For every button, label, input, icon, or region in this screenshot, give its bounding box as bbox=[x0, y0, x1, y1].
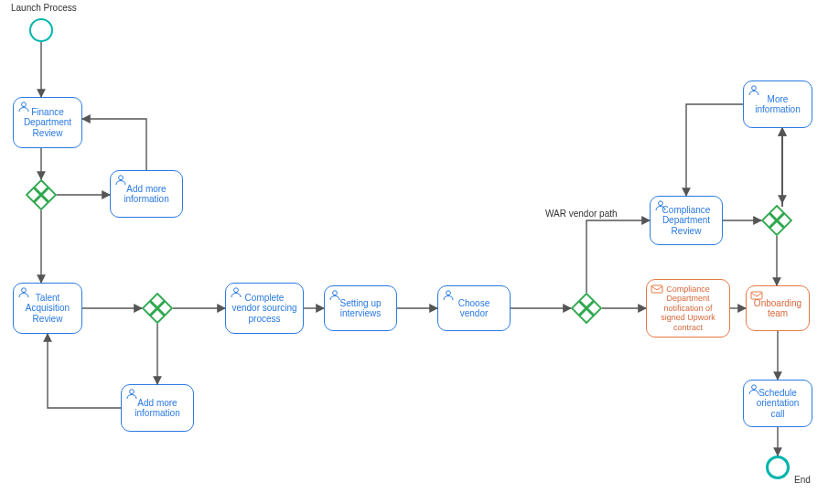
task-vendor-sourcing[interactable]: Complete vendor sourcing process bbox=[225, 283, 304, 334]
svg-point-8 bbox=[446, 291, 451, 295]
task-onboarding[interactable]: Onboarding team bbox=[746, 285, 810, 331]
svg-point-3 bbox=[22, 288, 27, 293]
task-orientation[interactable]: Schedule orientation call bbox=[743, 380, 812, 427]
mail-icon bbox=[750, 290, 763, 301]
user-icon bbox=[17, 287, 30, 298]
user-icon bbox=[230, 287, 242, 298]
user-icon bbox=[125, 389, 138, 400]
task-talent-review[interactable]: Talent Acquisition Review bbox=[13, 283, 82, 334]
flow-label-war: WAR vendor path bbox=[545, 209, 618, 219]
task-add-info-2[interactable]: Add more information bbox=[121, 384, 194, 432]
svg-point-0 bbox=[22, 102, 27, 107]
user-icon bbox=[114, 175, 127, 186]
start-label: Launch Process bbox=[11, 3, 77, 13]
user-icon bbox=[442, 290, 455, 301]
svg-point-2 bbox=[119, 176, 124, 180]
gateway-4[interactable] bbox=[761, 205, 792, 236]
task-add-info-1[interactable]: Add more information bbox=[110, 170, 183, 218]
user-icon bbox=[328, 290, 341, 301]
task-compliance-notify[interactable]: Compliance Department notification of si… bbox=[646, 279, 730, 338]
start-event[interactable] bbox=[29, 18, 53, 42]
svg-point-15 bbox=[752, 385, 757, 390]
task-more-info[interactable]: More information bbox=[743, 80, 812, 128]
gateway-2[interactable] bbox=[142, 293, 173, 324]
task-label: Add more information bbox=[127, 398, 188, 419]
task-label: Add more information bbox=[116, 184, 177, 205]
bpmn-canvas: Launch Process Finance Department Review… bbox=[0, 0, 839, 504]
gateway-1[interactable] bbox=[26, 179, 57, 210]
gateway-3[interactable] bbox=[571, 293, 602, 324]
user-icon bbox=[17, 102, 30, 113]
svg-point-6 bbox=[234, 288, 239, 293]
user-icon bbox=[748, 85, 760, 96]
task-compliance-review[interactable]: Compliance Department Review bbox=[650, 196, 723, 245]
user-icon bbox=[748, 384, 760, 395]
end-label: End bbox=[794, 475, 811, 485]
svg-point-7 bbox=[333, 291, 338, 295]
svg-rect-14 bbox=[751, 292, 762, 299]
task-label: More information bbox=[749, 94, 806, 115]
svg-point-12 bbox=[752, 86, 757, 91]
end-event[interactable] bbox=[766, 456, 790, 479]
task-finance-review[interactable]: Finance Department Review bbox=[13, 97, 82, 148]
svg-rect-13 bbox=[651, 285, 662, 293]
user-icon bbox=[654, 200, 667, 211]
task-choose-vendor[interactable]: Choose vendor bbox=[437, 285, 511, 331]
task-interviews[interactable]: Setting up interviews bbox=[324, 285, 397, 331]
svg-point-10 bbox=[659, 201, 663, 206]
svg-point-5 bbox=[130, 390, 134, 394]
mail-icon bbox=[651, 284, 663, 295]
